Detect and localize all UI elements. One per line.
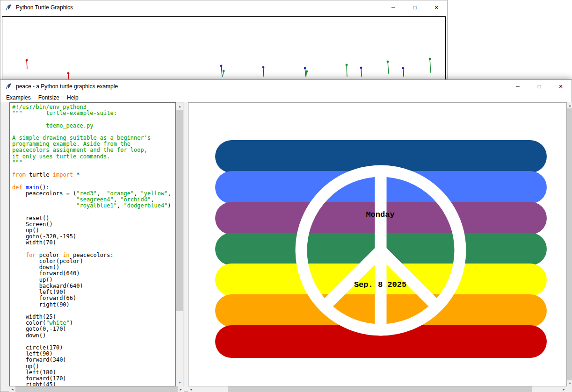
back-maximize-button[interactable]: □ — [404, 0, 426, 14]
scroll-down-icon[interactable]: ▼ — [176, 379, 183, 386]
back-close-button[interactable]: ✕ — [426, 0, 447, 14]
code-line: tdemo_peace.py — [12, 123, 175, 129]
scroll-right-icon[interactable]: ► — [178, 386, 184, 392]
weekday-text: Monday — [366, 210, 394, 219]
code-line: width(70) — [12, 240, 175, 246]
code-hscroll-thumb[interactable] — [15, 386, 178, 392]
scroll-up-icon[interactable]: ▲ — [176, 103, 183, 110]
menu-examples[interactable]: Examples — [2, 93, 35, 102]
tk-feather-icon — [5, 83, 12, 90]
scroll-left-icon[interactable]: ◄ — [188, 386, 194, 392]
front-window-controls: ─ □ ✕ — [507, 80, 572, 93]
code-vscrollbar[interactable]: ▲ ▼ — [176, 102, 184, 386]
code-line: """ — [12, 160, 175, 166]
canvas-hscrollbar[interactable]: ◄ ► — [188, 386, 567, 392]
date-text: Sep. 8 2025 — [354, 280, 406, 289]
code-line: right(90) — [12, 302, 175, 308]
code-vscroll-thumb[interactable] — [176, 110, 183, 311]
code-pane[interactable]: #!/usr/bin/env python3""" turtle-example… — [9, 102, 176, 386]
scroll-down-icon[interactable]: ▼ — [567, 380, 572, 386]
front-window-titlebar[interactable]: peace - a Python turtle graphics example… — [0, 80, 572, 93]
scroll-left-icon[interactable]: ◄ — [9, 386, 15, 392]
menubar: Examples Fontsize Help — [0, 93, 572, 102]
scroll-up-icon[interactable]: ▲ — [567, 102, 572, 108]
menu-fontsize[interactable]: Fontsize — [35, 93, 63, 102]
turtle-canvas: Monday Sep. 8 2025 — [188, 102, 567, 386]
back-window-controls: ─ □ ✕ — [383, 0, 447, 14]
scroll-right-icon[interactable]: ► — [561, 386, 567, 392]
code-line: """ turtle-example-suite: — [12, 110, 175, 116]
code-line: down() — [12, 333, 175, 339]
code-hscrollbar[interactable]: ◄ ► — [9, 386, 184, 392]
scrollbar-corner — [567, 386, 572, 392]
front-close-button[interactable]: ✕ — [550, 80, 572, 93]
peace-left-leg — [325, 250, 381, 306]
back-window-titlebar[interactable]: Python Turtle Graphics ─ □ ✕ — [0, 0, 447, 14]
front-window-title: peace - a Python turtle graphics example — [16, 83, 118, 90]
turtle-app-icon[interactable] — [5, 4, 12, 11]
code-line: right(45) — [12, 382, 175, 386]
code-text: #!/usr/bin/env python3""" turtle-example… — [10, 103, 175, 386]
back-minimize-button[interactable]: ─ — [383, 0, 404, 14]
canvas-hscroll-thumb[interactable] — [228, 386, 532, 392]
back-window-title: Python Turtle Graphics — [16, 4, 73, 11]
canvas-vscroll-thumb[interactable] — [567, 108, 572, 380]
tk-feather-icon — [5, 4, 12, 11]
peace-right-leg — [381, 250, 437, 306]
front-maximize-button[interactable]: □ — [529, 80, 550, 93]
peace-symbol — [188, 103, 567, 386]
canvas-vscrollbar[interactable]: ▲ ▼ — [567, 102, 572, 386]
code-line: "royalblue1", "dodgerblue4") — [12, 203, 175, 209]
front-minimize-button[interactable]: ─ — [507, 80, 529, 93]
front-window: peace - a Python turtle graphics example… — [0, 79, 572, 392]
menu-help[interactable]: Help — [63, 93, 82, 102]
window-content: #!/usr/bin/env python3""" turtle-example… — [1, 102, 571, 391]
code-line: from turtle import * — [12, 172, 175, 178]
code-line: it only uses turtle commands. — [12, 154, 175, 160]
turtle-app-icon[interactable] — [5, 83, 12, 90]
